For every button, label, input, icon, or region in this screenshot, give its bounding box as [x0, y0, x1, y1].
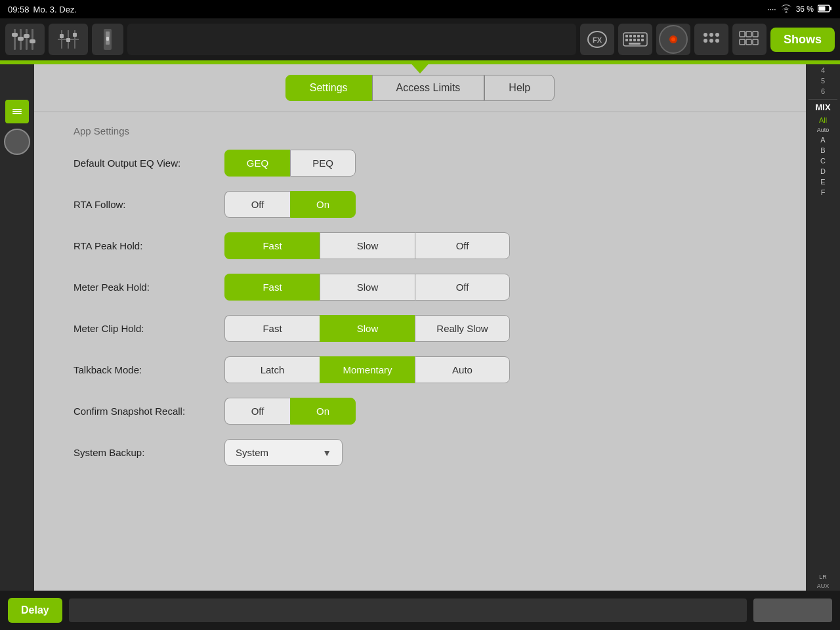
setting-row-eq-view: Default Output EQ View: GEQ PEQ [74, 150, 766, 177]
svg-point-40 [704, 39, 707, 43]
left-green-button[interactable] [5, 100, 29, 123]
talkback-label: Talkback Mode: [74, 364, 224, 375]
talkback-momentary[interactable]: Momentary [320, 356, 415, 383]
svg-rect-46 [740, 39, 745, 45]
bottom-right-box [753, 598, 832, 622]
rta-peak-label: RTA Peak Hold: [74, 240, 224, 251]
grid-layout-icon[interactable] [732, 24, 766, 55]
delay-button[interactable]: Delay [8, 598, 62, 623]
backup-dropdown[interactable]: System ▼ [224, 439, 343, 466]
svg-point-39 [715, 33, 719, 37]
eq-view-peq[interactable]: PEQ [290, 150, 356, 177]
meter-peak-fast[interactable]: Fast [224, 274, 320, 301]
channel-4[interactable]: 4 [808, 65, 837, 75]
svg-rect-20 [106, 37, 109, 41]
svg-rect-49 [12, 109, 22, 110]
tab-help[interactable]: Help [484, 75, 555, 101]
meter-clip-slow[interactable]: Slow [320, 315, 415, 342]
status-right: ···· 36 % [767, 4, 832, 15]
dots-icon: ···· [767, 5, 776, 14]
svg-rect-3 [14, 29, 16, 50]
channel-c[interactable]: C [808, 156, 837, 166]
eq-icon-group[interactable] [49, 24, 88, 55]
right-sidebar: UTE 1 2 3 4 5 6 MIX All Auto A B C D E F… [806, 18, 840, 630]
main-content: Settings Access Limits Help App Settings… [34, 64, 806, 591]
eq-view-label: Default Output EQ View: [74, 158, 224, 169]
rta-peak-off[interactable]: Off [415, 232, 510, 259]
rta-peak-fast[interactable]: Fast [224, 232, 320, 259]
routing-grid-icon[interactable] [694, 24, 728, 55]
svg-rect-1 [830, 7, 832, 10]
backup-label: System Backup: [74, 447, 224, 458]
svg-rect-47 [746, 39, 751, 45]
shows-button[interactable]: Shows [770, 28, 835, 52]
meter-clip-buttons: Fast Slow Really Slow [224, 315, 510, 342]
svg-point-42 [715, 39, 719, 43]
fader-icon-group[interactable] [5, 24, 45, 55]
auto-channel[interactable]: Auto [808, 125, 837, 135]
setting-row-rta-follow: RTA Follow: Off On [74, 191, 766, 218]
channel-d[interactable]: D [808, 166, 837, 177]
tab-settings[interactable]: Settings [285, 75, 372, 101]
channel-6[interactable]: 6 [808, 86, 837, 96]
bottom-bar: Delay [0, 591, 840, 630]
eq-view-geq[interactable]: GEQ [224, 150, 290, 177]
svg-point-37 [704, 33, 707, 37]
svg-rect-15 [60, 34, 64, 38]
svg-rect-16 [66, 38, 70, 42]
svg-rect-8 [18, 37, 24, 41]
toolbar-spacer [127, 24, 576, 55]
rta-follow-on[interactable]: On [290, 191, 356, 218]
left-circle-button[interactable] [4, 129, 30, 155]
label-lr[interactable]: LR [808, 572, 837, 581]
setting-row-snapshot: Confirm Snapshot Recall: Off On [74, 398, 766, 425]
rta-follow-buttons: Off On [224, 191, 356, 218]
channel-b[interactable]: B [808, 145, 837, 156]
channel-f[interactable]: F [808, 187, 837, 198]
settings-section: App Settings Default Output EQ View: GEQ… [34, 112, 806, 494]
channel-e[interactable]: E [808, 177, 837, 187]
channel-a[interactable]: A [808, 135, 837, 145]
meter-peak-off[interactable]: Off [415, 274, 510, 301]
svg-rect-44 [746, 32, 751, 37]
svg-rect-29 [625, 39, 628, 41]
svg-rect-32 [637, 39, 640, 41]
date: Mo. 3. Dez. [33, 5, 77, 14]
snapshot-buttons: Off On [224, 398, 356, 425]
svg-rect-2 [819, 6, 826, 10]
svg-rect-27 [637, 35, 640, 37]
svg-rect-30 [629, 39, 632, 41]
snapshot-on[interactable]: On [290, 398, 356, 425]
svg-rect-24 [625, 35, 628, 37]
routing-icon-group[interactable] [92, 24, 123, 55]
record-icon[interactable] [656, 24, 690, 55]
svg-point-36 [671, 37, 675, 41]
svg-rect-28 [641, 35, 644, 37]
svg-rect-50 [12, 111, 22, 112]
green-triangle [408, 60, 432, 74]
meter-clip-really-slow[interactable]: Really Slow [415, 315, 510, 342]
label-aux[interactable]: AUX [808, 581, 837, 591]
status-left: 09:58 Mo. 3. Dez. [8, 5, 77, 14]
toolbar: FX [0, 18, 840, 60]
rta-follow-off[interactable]: Off [224, 191, 290, 218]
fx-button[interactable]: FX [580, 24, 614, 55]
svg-rect-10 [30, 39, 35, 43]
eq-view-buttons: GEQ PEQ [224, 150, 356, 177]
setting-row-meter-clip: Meter Clip Hold: Fast Slow Really Slow [74, 315, 766, 342]
channel-5[interactable]: 5 [808, 75, 837, 86]
meter-peak-slow[interactable]: Slow [320, 274, 415, 301]
tab-access-limits[interactable]: Access Limits [372, 75, 485, 101]
talkback-latch[interactable]: Latch [224, 356, 320, 383]
battery-percentage: 36 % [796, 5, 814, 14]
svg-rect-25 [629, 35, 632, 37]
setting-row-rta-peak: RTA Peak Hold: Fast Slow Off [74, 232, 766, 259]
rta-follow-label: RTA Follow: [74, 199, 224, 210]
meter-clip-fast[interactable]: Fast [224, 315, 320, 342]
snapshot-off[interactable]: Off [224, 398, 290, 425]
all-channel[interactable]: All [808, 115, 837, 125]
keyboard-icon[interactable] [618, 24, 652, 55]
rta-peak-slow[interactable]: Slow [320, 232, 415, 259]
svg-rect-26 [633, 35, 636, 37]
talkback-auto[interactable]: Auto [415, 356, 510, 383]
